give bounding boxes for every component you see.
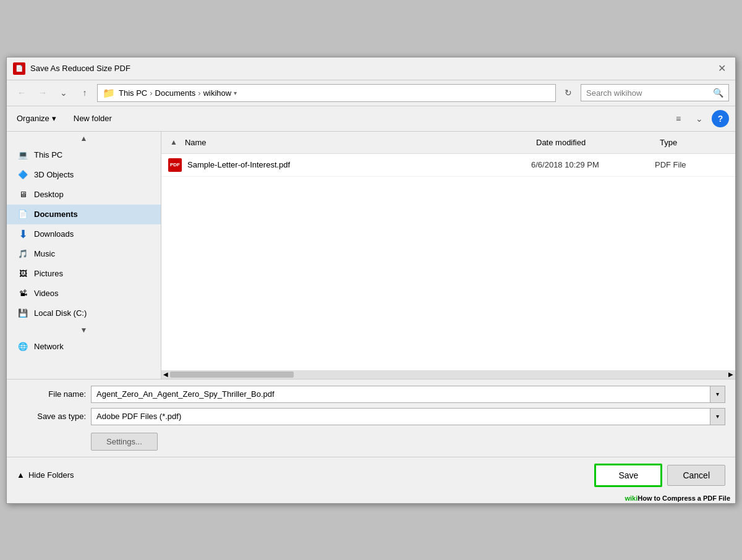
videos-icon: 📽 [17,287,29,300]
file-name-input-wrap: ▾ [91,386,725,403]
watermark-wiki: wiki [625,494,638,502]
sidebar-label-network: Network [34,342,64,351]
sidebar-label-local-disk: Local Disk (C:) [34,308,87,318]
address-dropdown-arrow[interactable]: ▾ [234,90,237,96]
bottom-form: File name: ▾ Save as type: ▾ Settings... [7,379,735,457]
scroll-left-button[interactable]: ◀ [161,370,170,379]
up-button[interactable]: ↑ [76,84,93,101]
file-header: ▲ Name Date modified Type [161,132,735,154]
sidebar-item-videos[interactable]: 📽 Videos [7,284,161,303]
col-date-header[interactable]: Date modified [531,135,655,150]
watermark: wikiHow to Compress a PDF File [7,493,735,503]
scroll-track[interactable] [170,370,727,379]
sidebar-item-downloads[interactable]: ⬇ Downloads [7,224,161,244]
breadcrumb: This PC › Documents › wikihow [119,88,231,98]
hide-folders-icon: ▲ [17,470,25,480]
desktop-icon: 🖥 [17,189,29,201]
sidebar-label-desktop: Desktop [34,190,64,199]
footer-buttons: ▲ Hide Folders Save Cancel [7,457,735,493]
search-box[interactable]: 🔍 [581,84,729,101]
refresh-button[interactable]: ↻ [560,84,577,101]
sidebar-scroll-down[interactable]: ▼ [7,323,161,337]
toolbar-right: ≡ ⌄ ? [670,110,729,127]
sidebar-item-3d-objects[interactable]: 🔷 3D Objects [7,165,161,185]
watermark-how: How to Compress a PDF File [638,494,730,502]
sidebar-item-pictures[interactable]: 🖼 Pictures [7,264,161,284]
documents-icon: 📄 [17,208,29,221]
folder-icon: 📁 [103,87,115,99]
file-area: ▲ Name Date modified Type PDF Sample-Let… [161,132,735,379]
toolbar: Organize ▾ New folder ≡ ⌄ ? [7,106,735,132]
organize-button[interactable]: Organize ▾ [13,112,60,125]
sidebar-label-music: Music [34,249,55,258]
sidebar-label-this-pc: This PC [34,150,62,159]
col-name-header[interactable]: Name [180,135,531,150]
file-icon: PDF [168,158,182,172]
hide-folders-label: Hide Folders [28,470,74,480]
save-type-input-wrap: ▾ [91,408,725,425]
breadcrumb-documents[interactable]: Documents [155,88,196,98]
file-list: PDF Sample-Letter-of-Interest.pdf 6/6/20… [161,154,735,370]
sidebar-item-this-pc[interactable]: 💻 This PC [7,145,161,165]
file-name-dropdown[interactable]: ▾ [710,386,725,402]
3d-objects-icon: 🔷 [17,169,29,181]
scroll-right-button[interactable]: ▶ [727,370,735,379]
col-type-header[interactable]: Type [655,135,729,150]
file-type: PDF File [655,160,729,169]
sidebar-item-documents[interactable]: 📄 Documents [7,205,161,224]
downloads-icon: ⬇ [17,228,29,240]
settings-button[interactable]: Settings... [91,433,158,451]
help-button[interactable]: ? [712,110,729,127]
search-icon: 🔍 [713,88,723,98]
file-date: 6/6/2018 10:29 PM [531,160,655,169]
file-name-label: File name: [17,389,91,399]
view-button[interactable]: ≡ [670,110,687,127]
view-icon: ≡ [676,114,681,124]
file-name-input[interactable] [92,387,710,401]
sidebar-item-network[interactable]: 🌐 Network [7,337,161,357]
sidebar-item-local-disk[interactable]: 💾 Local Disk (C:) [7,303,161,323]
title-bar: 📄 Save As Reduced Size PDF ✕ [7,57,735,80]
sidebar: ▲ 💻 This PC 🔷 3D Objects 🖥 Desktop 📄 Doc… [7,132,161,379]
new-folder-label: New folder [74,114,112,123]
header-scroll-up[interactable]: ▲ [168,138,180,146]
table-row[interactable]: PDF Sample-Letter-of-Interest.pdf 6/6/20… [161,154,735,177]
save-dialog: 📄 Save As Reduced Size PDF ✕ ← → ⌄ ↑ 📁 T… [6,57,736,504]
pictures-icon: 🖼 [17,268,29,280]
view-dropdown[interactable]: ⌄ [691,110,708,127]
music-icon: 🎵 [17,248,29,260]
close-button[interactable]: ✕ [714,61,729,76]
save-button[interactable]: Save [594,464,662,487]
pdf-icon: PDF [168,158,182,172]
horizontal-scrollbar[interactable]: ◀ ▶ [161,370,735,379]
forward-button[interactable]: → [34,84,51,101]
hide-folders-button[interactable]: ▲ Hide Folders [17,470,74,480]
save-type-label: Save as type: [17,412,91,421]
file-name-row: File name: ▾ [17,386,725,403]
main-content: ▲ 💻 This PC 🔷 3D Objects 🖥 Desktop 📄 Doc… [7,132,735,379]
new-folder-button[interactable]: New folder [70,112,116,125]
save-type-input[interactable] [92,409,710,423]
breadcrumb-wikihow[interactable]: wikihow [203,88,232,98]
cancel-button[interactable]: Cancel [667,465,725,486]
back-button[interactable]: ← [13,84,30,101]
app-icon: 📄 [13,62,25,75]
local-disk-icon: 💾 [17,307,29,320]
dialog-title: Save As Reduced Size PDF [30,64,709,73]
scroll-thumb[interactable] [170,371,294,378]
save-type-dropdown[interactable]: ▾ [710,409,725,425]
sidebar-scroll-up[interactable]: ▲ [7,132,161,145]
sidebar-label-videos: Videos [34,289,59,298]
address-path[interactable]: 📁 This PC › Documents › wikihow ▾ [97,84,556,102]
organize-label: Organize [17,114,49,123]
sidebar-item-music[interactable]: 🎵 Music [7,244,161,264]
sidebar-label-downloads: Downloads [34,229,74,239]
sidebar-label-pictures: Pictures [34,269,63,278]
file-name: Sample-Letter-of-Interest.pdf [187,160,531,169]
search-input[interactable] [586,88,713,98]
breadcrumb-this-pc[interactable]: This PC [119,88,147,98]
address-bar: ← → ⌄ ↑ 📁 This PC › Documents › wikihow … [7,80,735,106]
this-pc-icon: 💻 [17,149,29,161]
sidebar-item-desktop[interactable]: 🖥 Desktop [7,185,161,205]
dropdown-button[interactable]: ⌄ [55,84,72,101]
